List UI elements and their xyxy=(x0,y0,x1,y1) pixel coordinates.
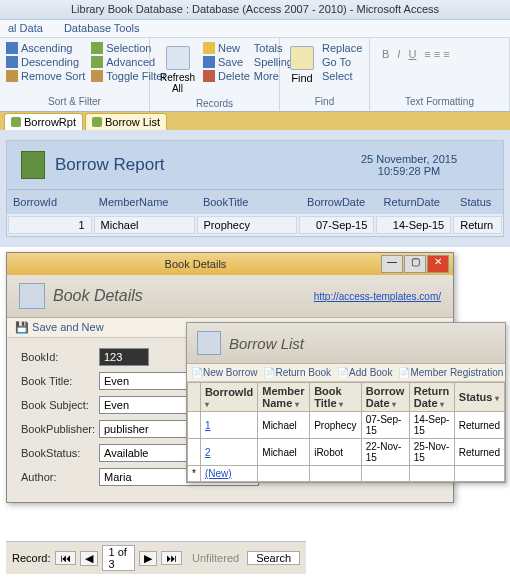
ribbon-group-records: Refresh All New Save Delete Totals Spell… xyxy=(150,38,280,111)
col-title: BookTitle xyxy=(197,194,301,210)
select[interactable]: Select xyxy=(322,70,362,82)
borrowlist-header: Borrow List xyxy=(229,335,304,352)
new-borrow-button[interactable]: 📄New Borrow xyxy=(191,367,257,378)
underline-button[interactable]: U xyxy=(408,48,416,60)
ribbon-group-text: B I U ≡ ≡ ≡ Text Formatting xyxy=(370,38,510,111)
cell-st[interactable]: Returned xyxy=(454,439,504,466)
object-tabs: BorrowRpt Borrow List xyxy=(0,112,510,130)
group-label-sort: Sort & Filter xyxy=(6,96,143,107)
th-borrowid[interactable]: BorrowId ▾ xyxy=(200,383,257,412)
cell-new[interactable]: (New) xyxy=(200,466,257,482)
advanced-icon xyxy=(91,56,103,68)
report-area: Borrow Report 25 November, 2015 10:59:28… xyxy=(0,130,510,247)
add-book-button[interactable]: 📄Add Book xyxy=(337,367,392,378)
toggle-filter-icon xyxy=(91,70,103,82)
table-row-new[interactable]: * (New) xyxy=(188,466,505,482)
minimize-button[interactable]: — xyxy=(381,255,403,273)
arrow-down-icon xyxy=(6,56,18,68)
cell-st[interactable]: Returned xyxy=(454,412,504,439)
report-time: 10:59:28 PM xyxy=(329,165,489,177)
find-icon xyxy=(290,46,314,70)
return-book-button[interactable]: 📄Return Book xyxy=(263,367,331,378)
col-member: MemberName xyxy=(93,194,197,210)
nav-filter[interactable]: Unfiltered xyxy=(192,552,239,564)
align-buttons[interactable]: ≡ ≡ ≡ xyxy=(424,48,449,60)
find-button[interactable]: Find xyxy=(286,42,318,88)
cell-id[interactable]: 1 xyxy=(200,412,257,439)
ribbon-group-sort: Ascending Descending Remove Sort Selecti… xyxy=(0,38,150,111)
th-bdate[interactable]: Borrow Date ▾ xyxy=(361,383,409,412)
cell-title[interactable]: Prophecy xyxy=(310,412,362,439)
tab-borrowrpt[interactable]: BorrowRpt xyxy=(4,113,83,130)
nav-position: 1 of 3 xyxy=(102,545,136,571)
save-icon xyxy=(203,56,215,68)
bookdetails-title: Book Details xyxy=(11,258,380,270)
cell-bd[interactable]: 22-Nov-15 xyxy=(361,439,409,466)
group-label-records: Records xyxy=(156,98,273,109)
col-borrowid: BorrowId xyxy=(7,194,93,210)
list-icon xyxy=(197,331,221,355)
replace[interactable]: Replace xyxy=(322,42,362,54)
book-icon xyxy=(19,283,45,309)
bookdetails-titlebar[interactable]: Book Details — ▢ ✕ xyxy=(7,253,453,275)
cell-rd[interactable]: 25-Nov-15 xyxy=(409,439,454,466)
th-status[interactable]: Status ▾ xyxy=(454,383,504,412)
template-link[interactable]: http://access-templates.com/ xyxy=(314,291,441,302)
cell-member[interactable]: Michael xyxy=(258,412,310,439)
col-bdate: BorrowDate xyxy=(301,194,378,210)
table-row[interactable]: 2 Michael iRobot 22-Nov-15 25-Nov-15 Ret… xyxy=(188,439,505,466)
delete-record[interactable]: Delete xyxy=(203,70,250,82)
cell-member[interactable]: Michael xyxy=(258,439,310,466)
borrow-report: Borrow Report 25 November, 2015 10:59:28… xyxy=(6,140,504,237)
nav-last[interactable]: ⏭ xyxy=(161,551,182,565)
app-titlebar: Library Book Database : Database (Access… xyxy=(0,0,510,20)
label-booktitle: Book Title: xyxy=(21,375,99,387)
report-icon xyxy=(11,117,21,127)
label-author: Author: xyxy=(21,471,99,483)
th-rdate[interactable]: Return Date ▾ xyxy=(409,383,454,412)
cell-id[interactable]: 2 xyxy=(200,439,257,466)
cell-bd: 07-Sep-15 xyxy=(299,216,374,234)
goto[interactable]: Go To xyxy=(322,56,362,68)
delete-icon xyxy=(203,70,215,82)
label-bookid: BookId: xyxy=(21,351,99,363)
refresh-icon xyxy=(166,46,190,70)
menu-item-dbtools[interactable]: Database Tools xyxy=(64,22,140,34)
col-status: Status xyxy=(454,194,503,210)
table-row[interactable]: 1 Michael Prophecy 07-Sep-15 14-Sep-15 R… xyxy=(188,412,505,439)
nav-next[interactable]: ▶ xyxy=(139,551,157,566)
menubar: al Data Database Tools xyxy=(0,20,510,38)
nav-search[interactable]: Search xyxy=(247,551,300,565)
cell-rd[interactable]: 14-Sep-15 xyxy=(409,412,454,439)
nav-prev[interactable]: ◀ xyxy=(80,551,98,566)
sort-asc[interactable]: Ascending xyxy=(6,42,85,54)
th-member[interactable]: Member Name ▾ xyxy=(258,383,310,412)
selection-icon xyxy=(91,42,103,54)
sort-desc[interactable]: Descending xyxy=(6,56,85,68)
sort-remove[interactable]: Remove Sort xyxy=(6,70,85,82)
member-reg-button[interactable]: 📄Member Registration xyxy=(398,367,503,378)
menu-item-data[interactable]: al Data xyxy=(8,22,43,34)
italic-button[interactable]: I xyxy=(397,48,400,60)
ribbon-group-find: Find Replace Go To Select Find xyxy=(280,38,370,111)
tab-borrowlist[interactable]: Borrow List xyxy=(85,113,167,130)
cell-bd[interactable]: 07-Sep-15 xyxy=(361,412,409,439)
borrow-list-window: Borrow List 📄New Borrow 📄Return Book 📄Ad… xyxy=(186,322,506,483)
th-title[interactable]: Book Title ▾ xyxy=(310,383,362,412)
maximize-button[interactable]: ▢ xyxy=(404,255,426,273)
report-date: 25 November, 2015 xyxy=(329,153,489,165)
refresh-all-button[interactable]: Refresh All xyxy=(156,42,199,98)
bold-button[interactable]: B xyxy=(382,48,389,60)
cell-title[interactable]: iRobot xyxy=(310,439,362,466)
book-icon xyxy=(21,151,45,179)
report-title: Borrow Report xyxy=(55,155,329,175)
label-publisher: BookPublisher: xyxy=(21,423,99,435)
new-record[interactable]: New xyxy=(203,42,250,54)
save-record[interactable]: Save xyxy=(203,56,250,68)
close-button[interactable]: ✕ xyxy=(427,255,449,273)
cell-id: 1 xyxy=(8,216,92,234)
save-new-button[interactable]: 💾 Save and New xyxy=(15,321,104,334)
nav-first[interactable]: ⏮ xyxy=(55,551,76,565)
input-bookid[interactable] xyxy=(99,348,149,366)
form-icon xyxy=(92,117,102,127)
